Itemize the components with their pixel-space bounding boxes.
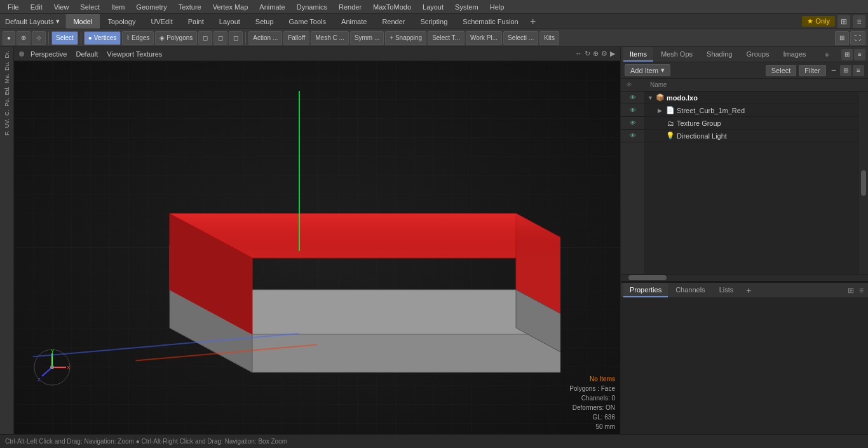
toolbar-vertices-btn[interactable]: ● Vertices [84, 31, 121, 45]
viewport-icon-play[interactable]: ▶ [610, 50, 615, 58]
items-select-btn[interactable]: Select [766, 65, 797, 76]
menu-texture[interactable]: Texture [173, 2, 207, 12]
panel-tab-shading[interactable]: Shading [700, 47, 738, 62]
layout-tab-scripting[interactable]: Scripting [413, 14, 456, 29]
prop-tab-lists[interactable]: Lists [713, 283, 740, 297]
toolbar-polygons-btn[interactable]: ◈ Polygons [155, 31, 197, 45]
panel-tab-items[interactable]: Items [623, 47, 653, 62]
sidebar-label-ed[interactable]: Ed. [4, 85, 10, 97]
toolbar-action-btn[interactable]: Action ... [248, 31, 282, 45]
toolbar-select-btn[interactable]: Select [51, 31, 78, 45]
viewport-perspective-label[interactable]: Perspective [28, 50, 69, 58]
sidebar-label-du[interactable]: Du. [4, 60, 10, 72]
toolbar-snapping-btn[interactable]: + Snapping [385, 31, 426, 45]
items-hscrollbar[interactable] [621, 274, 868, 282]
add-item-btn[interactable]: Add Item ▾ [625, 64, 670, 76]
layout-expand-icon[interactable]: ⊞ [837, 15, 850, 28]
panel-tab-images[interactable]: Images [777, 47, 813, 62]
sidebar-label-dr[interactable]: Dr. [4, 50, 10, 60]
layout-settings-icon[interactable]: ≡ [853, 15, 865, 28]
panel-tab-mesh-ops[interactable]: Mesh Ops [654, 47, 699, 62]
items-minus-btn[interactable]: − [829, 65, 839, 76]
menu-file[interactable]: File [3, 2, 24, 12]
layout-tab-animate[interactable]: Animate [334, 14, 374, 29]
menu-maxtomodo[interactable]: MaxToModo [368, 2, 416, 12]
toolbar-nav-icon-btn[interactable]: ⊞ [835, 31, 849, 45]
viewport-textures-label[interactable]: Viewport Textures [104, 50, 165, 58]
viewport-icon-settings[interactable]: ⚙ [601, 50, 607, 58]
menu-animate[interactable]: Animate [254, 2, 290, 12]
toolbar-select-t-btn[interactable]: Select T... [428, 31, 465, 45]
toolbar-fullscreen-btn[interactable]: ⛶ [850, 31, 865, 45]
toolbar-paint-deselect-btn[interactable]: ◻ [229, 31, 243, 45]
layout-tab-paint[interactable]: Paint [180, 14, 212, 29]
menu-system[interactable]: System [450, 2, 484, 12]
prop-expand-btn[interactable]: ⊞ [846, 286, 856, 295]
layout-tab-topology[interactable]: Topology [100, 14, 143, 29]
layout-tab-model[interactable]: Model [65, 14, 100, 29]
toolbar-mesh-btn[interactable]: Mesh C ... [311, 31, 349, 45]
toolbar-work-pl-btn[interactable]: Work Pl... [466, 31, 502, 45]
menu-item[interactable]: Item [106, 2, 130, 12]
layout-tab-setup[interactable]: Setup [248, 14, 281, 29]
prop-settings-btn[interactable]: ≡ [857, 286, 865, 295]
items-scrollbar[interactable] [859, 92, 868, 274]
vis-row-mesh[interactable]: 👁 [621, 104, 644, 117]
menu-vertex-map[interactable]: Vertex Map [208, 2, 254, 12]
items-settings-btn[interactable]: ≡ [853, 65, 864, 76]
layout-selector[interactable]: Default Layouts ▾ [0, 14, 65, 29]
items-expand-btn[interactable]: ⊞ [840, 65, 851, 76]
toolbar-edges-btn[interactable]: ⌇ Edges [122, 31, 154, 45]
star-only-btn[interactable]: ★ Only [802, 16, 835, 27]
menu-render[interactable]: Render [334, 2, 367, 12]
tree-item-mesh[interactable]: ▶ 📄 Street_Curb_1m_Red [645, 104, 859, 117]
layout-tab-render[interactable]: Render [374, 14, 412, 29]
toolbar-paint-select-btn[interactable]: ◻ [214, 31, 227, 45]
vis-row-light[interactable]: 👁 [621, 130, 644, 142]
toolbar-item-btn[interactable]: ◻ [198, 31, 212, 45]
toolbar-falloff-btn[interactable]: Falloff [283, 31, 309, 45]
prop-tab-channels[interactable]: Channels [669, 283, 711, 297]
viewport-3d[interactable]: Y X Z No Items Polygons : Face Channels:… [14, 61, 620, 434]
layout-tab-uvedit[interactable]: UVEdit [143, 14, 180, 29]
tree-item-dir-light[interactable]: ▶ 💡 Directional Light [645, 130, 859, 142]
menu-dynamics[interactable]: Dynamics [292, 2, 332, 12]
layout-tab-schematic[interactable]: Schematic Fusion [455, 14, 526, 29]
scroll-handle[interactable] [861, 170, 866, 196]
viewport-icon-rotate[interactable]: ↻ [585, 50, 590, 58]
panel-expand-btn[interactable]: ⊞ [841, 49, 853, 60]
vis-row-root[interactable]: 👁 [621, 92, 644, 104]
menu-geometry[interactable]: Geometry [131, 2, 172, 12]
menu-select[interactable]: Select [75, 2, 105, 12]
sidebar-label-po[interactable]: Po. [4, 97, 10, 108]
tree-item-root[interactable]: ▼ 📦 modo.lxo [645, 92, 859, 104]
tree-item-tex-group[interactable]: ▶ 🗂 Texture Group [645, 117, 859, 130]
toolbar-cursor-btn[interactable]: ⊹ [32, 31, 46, 45]
menu-view[interactable]: View [49, 2, 74, 12]
viewport-icon-zoom[interactable]: ⊕ [593, 50, 599, 58]
items-hscroll-handle[interactable] [628, 275, 667, 280]
layout-tab-layout[interactable]: Layout [212, 14, 248, 29]
toolbar-sphere-btn[interactable]: ⊕ [17, 31, 31, 45]
sidebar-label-f[interactable]: F. [4, 130, 10, 137]
items-tree[interactable]: ▼ 📦 modo.lxo ▶ 📄 Street_Curb_1m_Red [645, 92, 859, 274]
menu-layout[interactable]: Layout [417, 2, 449, 12]
menu-edit[interactable]: Edit [25, 2, 48, 12]
viewport-default-label[interactable]: Default [73, 50, 100, 58]
prop-add-tab[interactable]: + [743, 285, 754, 295]
menu-help[interactable]: Help [485, 2, 510, 12]
layout-tab-add[interactable]: + [526, 15, 540, 29]
items-filter-btn[interactable]: Filter [799, 65, 825, 76]
viewport-icon-move[interactable]: ↔ [575, 50, 582, 58]
prop-tab-properties[interactable]: Properties [623, 283, 668, 297]
toolbar-dot-btn[interactable]: ● [3, 31, 15, 45]
vis-row-tex[interactable]: 👁 [621, 117, 644, 130]
sidebar-label-me[interactable]: Me. [4, 72, 10, 85]
sidebar-label-uv[interactable]: UV. [4, 118, 10, 129]
sidebar-label-c[interactable]: C. [4, 109, 10, 117]
layout-tab-gametools[interactable]: Game Tools [281, 14, 334, 29]
panel-add-tab-btn[interactable]: + [822, 50, 832, 60]
toolbar-selecti-btn[interactable]: Selecti ... [503, 31, 538, 45]
panel-tab-groups[interactable]: Groups [740, 47, 775, 62]
toolbar-kits-btn[interactable]: Kits [539, 31, 559, 45]
